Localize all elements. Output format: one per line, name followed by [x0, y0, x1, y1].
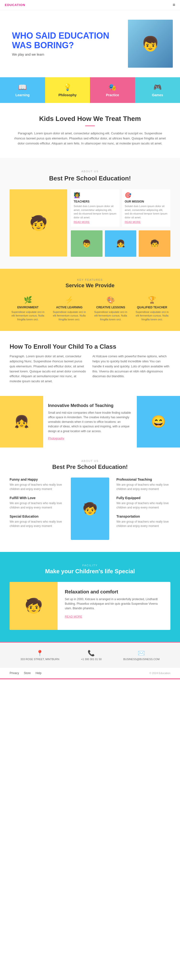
kids-row: 👦 👧 🧒: [71, 231, 170, 257]
address-text: 333 ROSE STREET, MINTBURN: [21, 658, 59, 660]
category-philosophy[interactable]: 💡 Philosophy: [45, 77, 90, 103]
best2-right-item-3: Transportation We are group of teachers …: [116, 514, 170, 528]
teachers-card-heading: TEACHERS: [74, 200, 117, 203]
category-learning[interactable]: 📖 Learning: [0, 77, 45, 103]
kid-photo-3: 🧒: [139, 231, 170, 257]
phone-text: +1 300 301 01 50: [81, 658, 102, 660]
active-learning-icon: ⚡: [51, 296, 88, 304]
best2-left-item-1: Funny and Happy We are group of teachers…: [10, 477, 64, 491]
phone-icon: 📞: [81, 650, 102, 657]
best2-left-item-3-title: Special Education: [10, 514, 64, 518]
teachers-card: 👩‍🏫 TEACHERS Solutet duis Lorem ipsum do…: [71, 189, 119, 227]
practice-icon: 🎭: [92, 83, 133, 91]
footer-nav: Privacy Store Help: [10, 671, 41, 675]
best2-right-item-1-text: We are group of teachers who really love…: [116, 482, 170, 491]
best2-right-item-1-title: Professional Teaching: [116, 477, 170, 481]
footer-item-address: 📍 333 ROSE STREET, MINTBURN: [21, 650, 59, 660]
facility-card-title: Relaxation and comfort: [65, 589, 163, 595]
innovative-left-image: 👧: [0, 396, 43, 447]
facility-label: FACILITY: [10, 564, 170, 567]
innovative-link[interactable]: Photography: [48, 437, 64, 440]
best2-title: Best Pre School Education!: [10, 464, 170, 470]
creative-lessons-name: CREATIVE LESSONS: [92, 306, 129, 309]
facility-section: FACILITY Make your Children's life Speci…: [0, 552, 180, 642]
footer-bottom-bar: [0, 678, 180, 679]
footer-nav-privacy[interactable]: Privacy: [10, 671, 19, 675]
best2-right-item-2-title: Fully Equipped: [116, 496, 170, 500]
about-label: ABOUT US: [10, 170, 170, 173]
mission-card: 🎯 OUR MISSION Solutet duis Lorem ipsum d…: [122, 189, 170, 227]
games-label: Games: [137, 93, 178, 97]
category-games[interactable]: 🎮 Games: [135, 77, 180, 103]
best2-left-col: Funny and Happy We are group of teachers…: [10, 477, 64, 540]
environment-icon: 🌿: [10, 296, 46, 304]
kids-loved-section: Kids Loved How We Treat Them Paragraph. …: [0, 103, 180, 158]
best2-left-item-1-title: Funny and Happy: [10, 477, 64, 481]
kid-photo-2: 👧: [105, 231, 137, 257]
facility-card-image: 🧒: [10, 582, 57, 630]
facility-card-text: Set up in 2000, Kidcave is arranged in a…: [65, 597, 163, 611]
about-left-image: 🧒: [10, 189, 67, 257]
active-learning-desc: Supendisse vulputate orci in elit fermen…: [51, 310, 88, 321]
environment-name: ENVIRONMENT: [10, 306, 46, 309]
facility-read-more[interactable]: READ MORE: [65, 615, 82, 618]
footer-copyright: © 2024 Education: [149, 671, 170, 675]
footer-bottom: Privacy Store Help © 2024 Education: [0, 668, 180, 678]
mission-card-icon: 🎯: [125, 192, 168, 199]
facility-card: 🧒 Relaxation and comfort Set up in 2000,…: [10, 582, 170, 630]
innovative-right-image: 😄: [137, 396, 180, 447]
teachers-read-more[interactable]: READ MORE: [74, 221, 90, 223]
enroll-right-text: At Kidcave comes with powerful theme opt…: [92, 354, 170, 384]
footer-nav-store[interactable]: Store: [24, 671, 31, 675]
kids-loved-text: Paragraph. Lorem ipsum dolor sit amet, c…: [12, 131, 168, 146]
active-learning-name: ACTIVE LEARNING: [51, 306, 88, 309]
best2-grid: Funny and Happy We are group of teachers…: [10, 477, 170, 540]
best2-left-item-1-text: We are group of teachers who really love…: [10, 482, 64, 491]
creative-lessons-icon: 🎨: [92, 296, 129, 304]
hero-subtitle: We play and we learn: [12, 52, 128, 56]
category-bar: 📖 Learning 💡 Philosophy 🎭 Practice 🎮 Gam…: [0, 77, 180, 103]
facility-card-content: Relaxation and comfort Set up in 2000, K…: [57, 582, 170, 630]
environment-desc: Supendisse vulputate orci in elit fermen…: [10, 310, 46, 321]
email-text: BUSINESS@BUSINESS.COM: [123, 658, 159, 660]
footer-top: 📍 333 ROSE STREET, MINTBURN 📞 +1 300 301…: [0, 642, 180, 668]
innovative-content: Innovative Methods of Teaching Small and…: [43, 396, 137, 447]
teachers-card-icon: 👩‍🏫: [74, 192, 117, 199]
best2-child-icon: 🧒: [83, 502, 97, 515]
hero-image: 👦: [128, 20, 173, 68]
service-item-creative-lessons: 🎨 CREATIVE LESSONS Supendisse vulputate …: [92, 296, 129, 321]
hamburger-icon[interactable]: ≡: [172, 2, 175, 8]
best2-right-item-2: Fully Equipped We are group of teachers …: [116, 496, 170, 510]
enroll-title: How To Enroll Your Child To a Class: [10, 343, 170, 350]
service-item-environment: 🌿 ENVIRONMENT Supendisse vulputate orci …: [10, 296, 46, 321]
footer-nav-help[interactable]: Help: [35, 671, 41, 675]
best-section-2: ABOUT US Best Pre School Education! Funn…: [0, 447, 180, 552]
header: EDUCATION ≡: [0, 0, 180, 10]
innovative-left-child-icon: 👧: [14, 415, 29, 429]
service-item-qualified-teacher: 🏆 QUALIFIED TEACHER Supendisse vulputate…: [134, 296, 170, 321]
kids-loved-divider: [85, 126, 95, 126]
best2-left-item-3-text: We are group of teachers who really love…: [10, 520, 64, 528]
service-section: KEY FEATURES Service We Provide 🌿 ENVIRO…: [0, 269, 180, 331]
service-grid: 🌿 ENVIRONMENT Supendisse vulputate orci …: [10, 296, 170, 321]
category-practice[interactable]: 🎭 Practice: [90, 77, 135, 103]
mission-read-more[interactable]: READ MORE: [125, 221, 141, 223]
practice-label: Practice: [92, 93, 133, 97]
email-icon: ✉️: [123, 650, 159, 657]
philosophy-label: Philosophy: [48, 93, 88, 97]
address-icon: 📍: [21, 650, 59, 657]
mission-card-text: Solutet duis Lorem ipsum dolor sit amet,…: [125, 204, 168, 220]
service-label: KEY FEATURES: [10, 278, 170, 281]
best2-left-item-2-text: We are group of teachers who really love…: [10, 501, 64, 510]
innovative-section: 👧 Innovative Methods of Teaching Small a…: [0, 396, 180, 447]
best2-left-item-2-title: Fulfill With Love: [10, 496, 64, 500]
innovative-right-child-icon: 😄: [151, 415, 166, 429]
best2-center-photo: 🧒: [71, 477, 109, 540]
best2-center-img: 🧒: [68, 477, 112, 540]
mission-card-heading: OUR MISSION: [125, 200, 168, 203]
logo: EDUCATION: [5, 3, 25, 7]
footer-item-email: ✉️ BUSINESS@BUSINESS.COM: [123, 650, 159, 660]
facility-title: Make your Children's life Special: [10, 568, 170, 575]
footer-item-phone: 📞 +1 300 301 01 50: [81, 650, 102, 660]
best2-right-item-1: Professional Teaching We are group of te…: [116, 477, 170, 491]
